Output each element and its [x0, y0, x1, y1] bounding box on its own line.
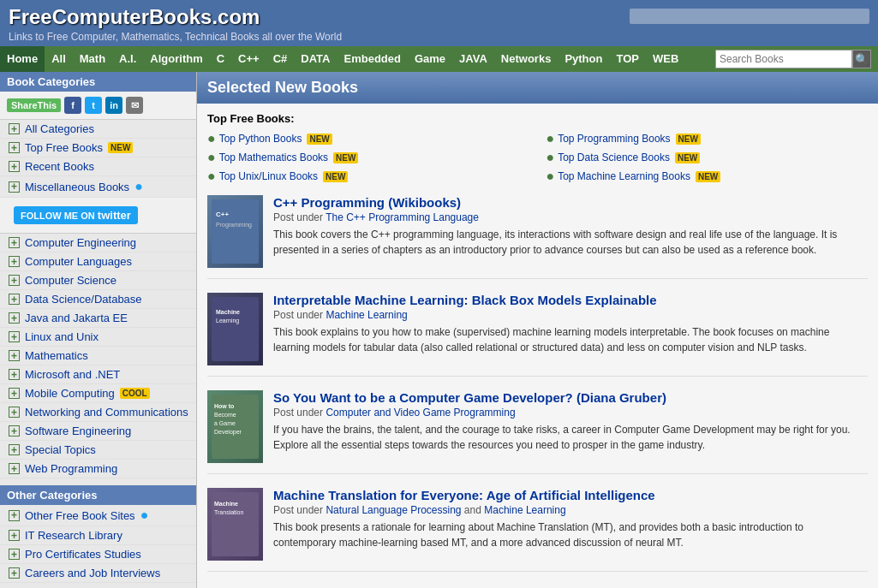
data-science-link[interactable]: Data Science/Database [25, 293, 142, 306]
site-subtitle: Links to Free Computer, Mathematics, Tec… [9, 31, 342, 43]
microsoft-link[interactable]: Microsoft and .NET [25, 368, 120, 381]
sidebar-item-networking[interactable]: + Networking and Communications [0, 403, 196, 422]
top-link-python: ● Top Python Books NEW [207, 130, 529, 147]
svg-text:C++: C++ [216, 211, 229, 218]
facebook-button[interactable]: f [64, 97, 81, 114]
sidebar-item-mobile-computing[interactable]: + Mobile Computing COOL [0, 384, 196, 403]
book-entry-game: How to Become a Game Developer So You Wa… [207, 390, 868, 474]
nav-embedded[interactable]: Embedded [337, 46, 408, 72]
sidebar-item-top-free-books[interactable]: + Top Free Books NEW [0, 139, 196, 157]
nav-c[interactable]: C [210, 46, 231, 72]
nav-data[interactable]: DATA [294, 46, 337, 72]
sidebar-item-microsoft[interactable]: + Microsoft and .NET [0, 365, 196, 384]
nav-top[interactable]: TOP [609, 46, 646, 72]
sidebar-item-data-science[interactable]: + Data Science/Database [0, 290, 196, 309]
mathematics-link[interactable]: Mathematics [25, 349, 88, 362]
book-entry-cpp: C++ Programming C++ Programming (Wikiboo… [207, 195, 868, 279]
twitter-button[interactable]: t [85, 97, 102, 114]
miscellaneous-books-link[interactable]: Miscellaneous Books [25, 181, 129, 193]
search-input[interactable] [715, 50, 852, 68]
sidebar-item-mathematics[interactable]: + Mathematics [0, 347, 196, 365]
nav-math[interactable]: Math [73, 46, 112, 72]
sidebar-item-it-research[interactable]: + IT Research Library [0, 526, 196, 545]
sidebar-item-java[interactable]: + Java and Jakarta EE [0, 309, 196, 328]
sidebar-item-careers[interactable]: + Careers and Job Interviews [0, 564, 196, 583]
sidebar-item-pro-certificates[interactable]: + Pro Certificates Studies [0, 545, 196, 564]
book-category-link-cpp[interactable]: The C++ Programming Language [326, 211, 479, 223]
expand-icon: + [9, 312, 20, 324]
software-engineering-link[interactable]: Software Engineering [25, 425, 131, 437]
linkedin-button[interactable]: in [105, 97, 122, 114]
nav-cpp[interactable]: C++ [231, 46, 266, 72]
top-data-science-books-link[interactable]: Top Data Science Books [558, 151, 670, 163]
navbar: Home All Math A.I. Algorithm C C++ C# DA… [0, 46, 878, 72]
mobile-computing-link[interactable]: Mobile Computing [25, 387, 115, 400]
expand-icon: + [9, 549, 20, 560]
twitter-follow-button[interactable]: FOLLOW ME ON twitter [14, 206, 138, 224]
top-programming-books-link[interactable]: Top Programming Books [558, 133, 670, 145]
top-free-books-link[interactable]: Top Free Books [25, 141, 103, 154]
computer-engineering-link[interactable]: Computer Engineering [25, 236, 136, 249]
sidebar-item-web-programming[interactable]: + Web Programming [0, 460, 196, 478]
all-categories-link[interactable]: All Categories [25, 122, 94, 135]
book-post-game: Post under Computer and Video Game Progr… [273, 407, 868, 419]
computer-science-link[interactable]: Computer Science [25, 274, 116, 287]
book-cover-cpp: C++ Programming [207, 195, 263, 268]
web-programming-link[interactable]: Web Programming [25, 462, 117, 475]
top-links-grid: ● Top Python Books NEW ● Top Programming… [207, 130, 868, 185]
top-python-books-link[interactable]: Top Python Books [219, 133, 302, 145]
pro-certificates-link[interactable]: Pro Certificates Studies [25, 548, 141, 561]
sidebar-item-software-engineering[interactable]: + Software Engineering [0, 422, 196, 441]
share-this-label: ShareThis [7, 98, 61, 112]
book-title-ml[interactable]: Interpretable Machine Learning: Black Bo… [273, 293, 657, 307]
new-badge: NEW [696, 171, 720, 182]
careers-link[interactable]: Careers and Job Interviews [25, 567, 160, 579]
sidebar-item-special-topics[interactable]: + Special Topics [0, 441, 196, 460]
email-button[interactable]: ✉ [126, 97, 143, 114]
top-unix-books-link[interactable]: Top Unix/Linux Books [219, 170, 318, 182]
nav-ai[interactable]: A.I. [112, 46, 143, 72]
java-link[interactable]: Java and Jakarta EE [25, 312, 128, 324]
book-category-link-ml[interactable]: Machine Learning [326, 309, 407, 321]
sidebar-item-linux[interactable]: + Linux and Unix [0, 328, 196, 347]
sidebar-item-computer-languages[interactable]: + Computer Languages [0, 252, 196, 271]
book-category-link-mt-nlp[interactable]: Natural Language Processing [326, 504, 461, 516]
sidebar-item-recent-books[interactable]: + Recent Books [0, 157, 196, 176]
sidebar-item-computer-science[interactable]: + Computer Science [0, 271, 196, 290]
nav-networks[interactable]: Networks [494, 46, 558, 72]
dot-icon: ● [547, 150, 555, 165]
sidebar-item-computer-engineering[interactable]: + Computer Engineering [0, 234, 196, 252]
it-research-link[interactable]: IT Research Library [25, 529, 122, 542]
book-post-mt: Post under Natural Language Processing a… [273, 504, 868, 516]
sidebar-item-miscellaneous[interactable]: + Miscellaneous Books ● [0, 176, 196, 198]
book-title-game[interactable]: So You Want to be a Computer Game Develo… [273, 390, 666, 405]
main-layout: Book Categories ShareThis f t in ✉ + All… [0, 72, 878, 588]
recent-books-link[interactable]: Recent Books [25, 160, 94, 173]
top-math-books-link[interactable]: Top Mathematics Books [219, 151, 328, 163]
nav-game[interactable]: Game [408, 46, 452, 72]
book-title-mt[interactable]: Machine Translation for Everyone: Age of… [273, 488, 655, 502]
sidebar-item-all-categories[interactable]: + All Categories [0, 120, 196, 139]
linux-link[interactable]: Linux and Unix [25, 330, 99, 343]
nav-algorithm[interactable]: Algorithm [143, 46, 209, 72]
networking-link[interactable]: Networking and Communications [25, 406, 188, 419]
other-free-book-sites-link[interactable]: Other Free Book Sites [25, 509, 135, 522]
book-title-cpp[interactable]: C++ Programming (Wikibooks) [273, 195, 461, 210]
special-topics-link[interactable]: Special Topics [25, 443, 96, 456]
nav-all[interactable]: All [45, 46, 73, 72]
sidebar-item-other-free-book-sites[interactable]: + Other Free Book Sites ● [0, 505, 196, 526]
nav-python[interactable]: Python [558, 46, 609, 72]
book-cover-game: How to Become a Game Developer [207, 390, 263, 463]
computer-languages-link[interactable]: Computer Languages [25, 255, 132, 268]
search-button[interactable]: 🔍 [852, 50, 871, 68]
top-ml-books-link[interactable]: Top Machine Learning Books [558, 170, 690, 182]
book-info-ml: Interpretable Machine Learning: Black Bo… [273, 293, 868, 365]
book-category-link-mt-ml[interactable]: Machine Learning [484, 504, 565, 516]
nav-home[interactable]: Home [0, 46, 45, 72]
book-category-link-game[interactable]: Computer and Video Game Programming [326, 407, 515, 419]
nav-java[interactable]: JAVA [452, 46, 494, 72]
nav-web[interactable]: WEB [646, 46, 685, 72]
expand-icon: + [9, 463, 20, 474]
nav-csharp[interactable]: C# [266, 46, 295, 72]
book-categories-title: Book Categories [0, 72, 196, 92]
